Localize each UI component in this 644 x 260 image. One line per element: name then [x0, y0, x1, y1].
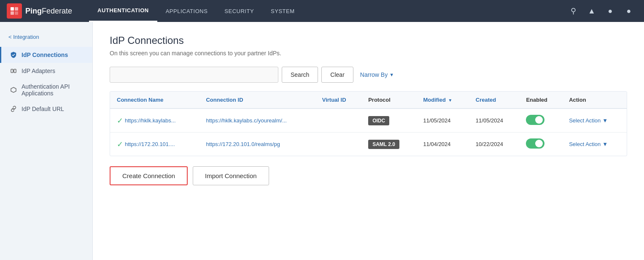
row2-select-action[interactable]: Select Action ▼: [569, 141, 620, 147]
col-header-connection-name[interactable]: Connection Name: [110, 92, 199, 108]
main-layout: < Integration IdP Connections IdP Adapte…: [0, 22, 644, 260]
row2-action: Select Action ▼: [562, 133, 627, 156]
row2-created: 10/22/2024: [469, 133, 520, 156]
row2-modified: 11/04/2024: [416, 133, 469, 156]
sort-arrow-modified: ▼: [448, 98, 453, 103]
page-title: IdP Connections: [110, 35, 627, 46]
table-header-row: Connection Name Connection ID Virtual ID…: [110, 92, 627, 108]
create-connection-button[interactable]: Create Connection: [110, 166, 188, 185]
top-navigation: PingFederate AUTHENTICATION APPLICATIONS…: [0, 0, 644, 22]
row1-virtual-id: [315, 108, 361, 133]
sidebar-item-auth-api-label: Authentication API Applications: [22, 83, 84, 97]
row2-connection-name-link[interactable]: https://172.20.101....: [125, 141, 175, 147]
col-header-protocol: Protocol: [361, 92, 416, 108]
row1-enabled-toggle[interactable]: [526, 115, 544, 125]
col-header-enabled: Enabled: [519, 92, 562, 108]
narrow-by-button[interactable]: Narrow By ▼: [360, 71, 394, 78]
sidebar-item-idp-adapters[interactable]: IdP Adapters: [0, 63, 92, 79]
search-icon[interactable]: ⚲: [565, 3, 582, 19]
nav-authentication[interactable]: AUTHENTICATION: [89, 0, 157, 22]
row1-connection-name-link[interactable]: https://hklk.kaylabs...: [125, 117, 176, 124]
row1-modified: 11/05/2024: [416, 108, 469, 133]
svg-rect-0: [11, 7, 14, 11]
row1-connection-name: ✓ https://hklk.kaylabs...: [110, 108, 199, 133]
row1-connection-id: https://hklk.kaylabs.c/yourealm/...: [199, 108, 315, 133]
row1-action: Select Action ▼: [562, 108, 627, 133]
sidebar-item-auth-api[interactable]: Authentication API Applications: [0, 79, 92, 101]
auth-api-icon: [10, 86, 17, 94]
user-icon[interactable]: ●: [620, 3, 637, 19]
col-header-action: Action: [562, 92, 627, 108]
row2-protocol: SAML 2.0: [361, 133, 416, 156]
table-row: ✓ https://hklk.kaylabs... https://hklk.k…: [110, 108, 627, 133]
connections-table: Connection Name Connection ID Virtual ID…: [110, 91, 627, 156]
svg-rect-4: [11, 69, 13, 73]
sidebar-item-idp-connections-label: IdP Connections: [22, 51, 68, 58]
row2-enabled-toggle[interactable]: [526, 138, 544, 149]
help-icon[interactable]: ●: [602, 3, 619, 19]
row2-enabled: [519, 133, 562, 156]
row1-protocol: OIDC: [361, 108, 416, 133]
table-row: ✓ https://172.20.101.... https://172.20.…: [110, 133, 627, 156]
row1-action-chevron: ▼: [602, 117, 608, 124]
ping-logo-icon: [7, 3, 22, 19]
narrow-by-label: Narrow By: [360, 71, 388, 78]
brand-name-text: PingFederate: [25, 7, 72, 16]
row2-virtual-id: [315, 133, 361, 156]
search-bar: Search Clear Narrow By ▼: [110, 67, 627, 83]
row1-check-icon: ✓: [117, 116, 123, 125]
row1-created: 11/05/2024: [469, 108, 520, 133]
link-icon: [10, 105, 17, 113]
svg-marker-7: [11, 87, 16, 92]
row1-enabled: [519, 108, 562, 133]
row1-protocol-badge: OIDC: [368, 116, 389, 125]
action-buttons: Create Connection Import Connection: [110, 166, 627, 185]
nav-system[interactable]: SYSTEM: [262, 0, 303, 22]
nav-applications[interactable]: APPLICATIONS: [157, 0, 216, 22]
row1-connection-id-link[interactable]: https://hklk.kaylabs.c/yourealm/...: [206, 117, 286, 124]
search-input[interactable]: [110, 67, 278, 83]
svg-rect-1: [15, 7, 18, 11]
search-button[interactable]: Search: [282, 67, 318, 83]
sidebar-item-idp-default[interactable]: IdP Default URL: [0, 101, 92, 117]
svg-rect-3: [15, 11, 18, 15]
sidebar: < Integration IdP Connections IdP Adapte…: [0, 22, 93, 260]
shield-check-icon: [10, 51, 17, 59]
row2-connection-id-link[interactable]: https://172.20.101.0/realms/pg: [206, 141, 280, 147]
adapter-icon: [10, 67, 17, 75]
row1-select-action[interactable]: Select Action ▼: [569, 117, 620, 124]
sidebar-item-idp-connections[interactable]: IdP Connections: [0, 47, 92, 63]
bell-icon[interactable]: ▲: [583, 3, 600, 19]
brand-logo[interactable]: PingFederate: [7, 3, 72, 19]
col-header-created[interactable]: Created: [469, 92, 520, 108]
col-header-modified[interactable]: Modified ▼: [416, 92, 469, 108]
nav-security[interactable]: SECURITY: [216, 0, 262, 22]
main-content: IdP Connections On this screen you can m…: [93, 22, 644, 260]
row2-protocol-badge: SAML 2.0: [368, 140, 399, 149]
row2-check-icon: ✓: [117, 140, 123, 149]
nav-right-icons: ⚲ ▲ ● ●: [565, 3, 637, 19]
row2-connection-name: ✓ https://172.20.101....: [110, 133, 199, 156]
chevron-down-icon: ▼: [389, 72, 394, 77]
page-description: On this screen you can manage connection…: [110, 50, 627, 57]
sidebar-item-idp-adapters-label: IdP Adapters: [22, 68, 55, 74]
sidebar-item-idp-default-label: IdP Default URL: [22, 106, 64, 112]
col-header-virtual-id[interactable]: Virtual ID: [315, 92, 361, 108]
sidebar-back-link[interactable]: < Integration: [0, 30, 92, 43]
row2-action-chevron: ▼: [602, 141, 608, 147]
clear-button[interactable]: Clear: [321, 67, 353, 83]
row2-connection-id: https://172.20.101.0/realms/pg: [199, 133, 315, 156]
svg-rect-2: [11, 11, 14, 15]
import-connection-button[interactable]: Import Connection: [193, 166, 269, 185]
col-header-connection-id[interactable]: Connection ID: [199, 92, 315, 108]
nav-menu: AUTHENTICATION APPLICATIONS SECURITY SYS…: [89, 0, 565, 22]
svg-rect-5: [14, 69, 16, 73]
